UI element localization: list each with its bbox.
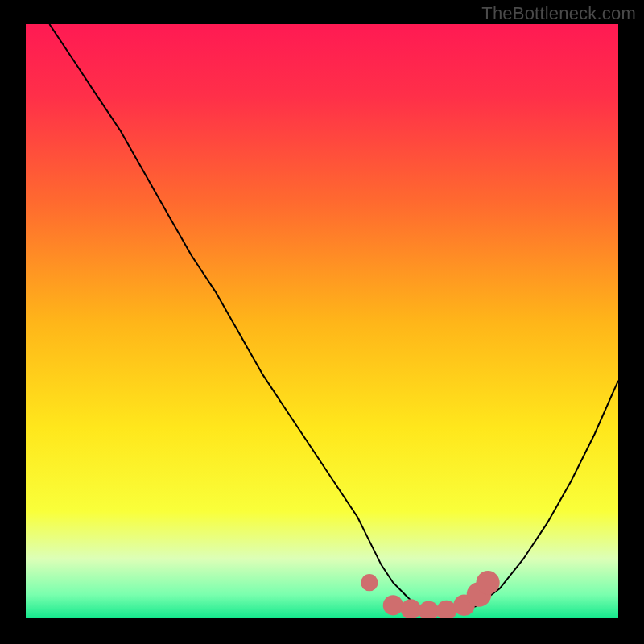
- marker-dot: [383, 595, 403, 615]
- chart-svg: [26, 24, 618, 618]
- watermark-label: TheBottleneck.com: [481, 3, 636, 24]
- plot-area: [26, 24, 618, 618]
- chart-frame: TheBottleneck.com: [0, 0, 644, 644]
- marker-dot: [361, 574, 378, 591]
- marker-dot: [477, 571, 500, 594]
- chart-background: [26, 24, 618, 618]
